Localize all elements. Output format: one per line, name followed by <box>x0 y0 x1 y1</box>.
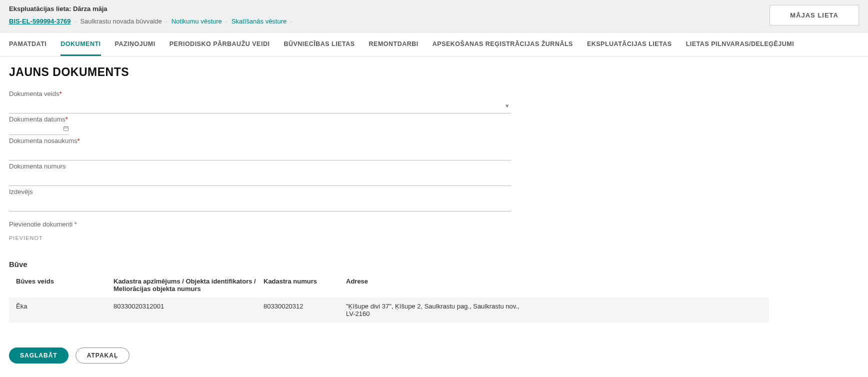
breadcrumb-sep: · <box>226 18 228 25</box>
header-bar: Ekspluatācijas lieta: Dārza māja Mājas l… <box>0 0 868 32</box>
doc-type-select[interactable] <box>9 100 511 114</box>
doc-number-row: Dokumenta numurs <box>9 162 511 186</box>
history-link[interactable]: Notikumu vēsture <box>172 18 222 25</box>
back-button[interactable]: Atpakaļ <box>76 348 130 364</box>
doc-type-row: Dokumenta veids* ▾ <box>9 90 511 114</box>
tab-periodisko[interactable]: Periodisko pārbaužu veidi <box>170 32 270 56</box>
calendar-icon[interactable] <box>63 126 69 133</box>
col-header-cadastre-id: Kadastra apzīmējums / Objekta identifika… <box>114 278 264 292</box>
page-title: JAUNS DOKUMENTS <box>9 66 511 79</box>
tab-apsekosanas[interactable]: Apsekošanas reģistrācijas žurnāls <box>432 32 573 56</box>
tab-pamatdati[interactable]: Pamatdati <box>9 32 46 56</box>
cell-type: Ēka <box>16 302 114 318</box>
content: JAUNS DOKUMENTS Dokumenta veids* ▾ Dokum… <box>0 56 520 372</box>
breadcrumb-sep: · <box>290 18 292 25</box>
issuer-row: Izdevējs <box>9 188 511 212</box>
tab-remontdarbi[interactable]: Remontdarbi <box>369 32 418 56</box>
tab-dokumenti[interactable]: Dokumenti <box>60 32 100 56</box>
cell-address: "Ķīšupe divi 37", Ķīšupe 2, Saulkrastu p… <box>346 302 521 318</box>
tab-pazinojumi[interactable]: Paziņojumi <box>115 32 156 56</box>
doc-date-row: Dokumenta datums* <box>9 116 511 135</box>
issuer-input[interactable] <box>9 198 511 212</box>
doc-date-label: Dokumenta datums* <box>9 116 511 125</box>
svg-rect-0 <box>64 127 68 131</box>
breadcrumb-org: Saulkrastu novada būvvalde <box>80 18 162 25</box>
header-title: Ekspluatācijas lieta: Dārza māja <box>9 5 859 12</box>
doc-type-label: Dokumenta veids* <box>9 90 511 100</box>
table-row: Ēka 80330020312001 80330020312 "Ķīšupe d… <box>9 298 769 322</box>
cell-cadastre-num: 80330020312 <box>264 302 346 318</box>
attachments-label: Pievienotie dokumenti * <box>9 220 511 228</box>
doc-name-row: Dokumenta nosaukums* <box>9 137 511 160</box>
tab-ekspluatacijas[interactable]: Ekspluatācijas lietas <box>587 32 672 56</box>
doc-name-label: Dokumenta nosaukums* <box>9 137 511 146</box>
attach-button[interactable]: Pievienot <box>9 233 43 243</box>
issuer-label: Izdevējs <box>9 188 511 198</box>
building-section-title: Būve <box>9 260 511 268</box>
tabs-nav: Pamatdati Dokumenti Paziņojumi Periodisk… <box>0 32 868 56</box>
save-button[interactable]: Saglabāt <box>9 348 68 364</box>
case-link[interactable]: BIS-EL-599994-3769 <box>9 18 71 25</box>
col-header-type: Būves veids <box>16 278 114 292</box>
col-header-cadastre-num: Kadastra numurs <box>264 278 346 292</box>
doc-name-input[interactable] <box>9 146 511 160</box>
breadcrumb-sep: · <box>74 18 76 25</box>
doc-number-input[interactable] <box>9 172 511 186</box>
table-header: Būves veids Kadastra apzīmējums / Objekt… <box>9 272 769 298</box>
breadcrumb: BIS-EL-599994-3769 · Saulkrastu novada b… <box>9 18 859 25</box>
doc-date-input[interactable] <box>9 125 59 134</box>
view-history-link[interactable]: Skatīšanās vēsture <box>232 18 287 25</box>
tab-buvniecibas[interactable]: Būvniecības lietas <box>284 32 354 56</box>
tab-pilnvaras[interactable]: Lietas pilnvaras/deleģējumi <box>686 32 794 56</box>
cell-cadastre-id: 80330020312001 <box>114 302 264 318</box>
building-table: Būves veids Kadastra apzīmējums / Objekt… <box>9 272 769 322</box>
house-file-button[interactable]: Mājas lieta <box>770 5 859 26</box>
doc-number-label: Dokumenta numurs <box>9 162 511 172</box>
buttons-row: Saglabāt Atpakaļ <box>9 348 511 364</box>
breadcrumb-sep: · <box>166 18 168 25</box>
col-header-address: Adrese <box>346 278 762 292</box>
